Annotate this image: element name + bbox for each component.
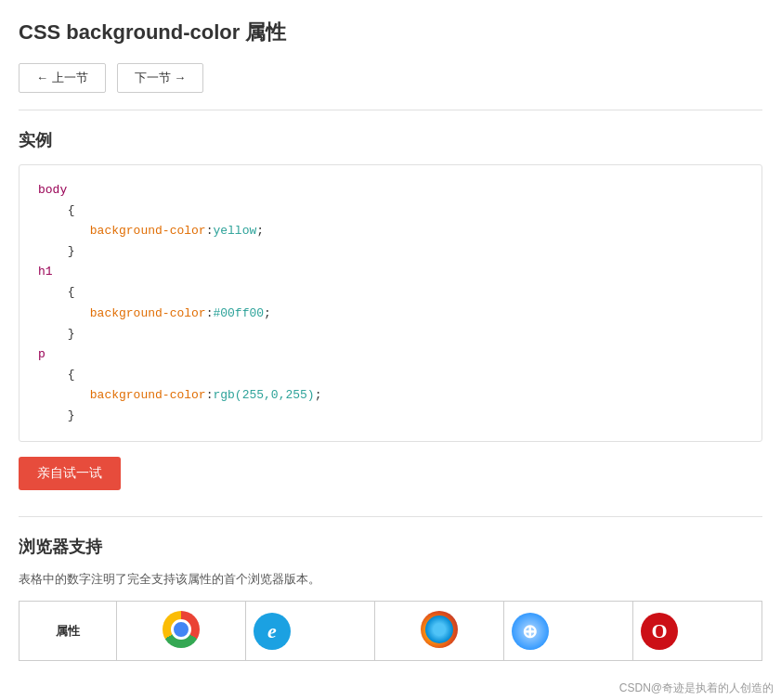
try-button[interactable]: 亲自试一试 [19, 457, 121, 490]
code-property-3: background-color [90, 388, 206, 402]
table-header-ie: e [245, 602, 374, 661]
opera-icon: O [641, 613, 678, 650]
code-selector-body: body [38, 183, 67, 197]
safari-icon [512, 613, 549, 650]
table-header-firefox [374, 602, 503, 661]
code-selector-p: p [38, 347, 46, 361]
table-header-chrome [116, 602, 245, 661]
divider-top [19, 110, 762, 110]
code-property-2: background-color [90, 306, 206, 320]
table-header-property: 属性 [20, 602, 117, 661]
browser-support-title: 浏览器支持 [19, 536, 762, 558]
ie-icon: e [254, 613, 291, 650]
page-title: CSS background-color 属性 [19, 19, 762, 46]
chrome-icon [163, 611, 200, 648]
code-selector-h1: h1 [38, 265, 53, 279]
code-brace-2: } [68, 244, 75, 258]
code-value-3: rgb(255,0,255) [213, 388, 314, 402]
browser-support-table: 属性 e O [19, 601, 762, 661]
code-brace-1: { [68, 203, 75, 217]
firefox-icon [421, 611, 458, 648]
nav-buttons: ← 上一节 下一节 → [19, 63, 762, 93]
table-header-opera: O [632, 602, 761, 661]
example-title: 实例 [19, 129, 762, 151]
code-brace-3: { [68, 285, 75, 299]
browser-support-section: 浏览器支持 表格中的数字注明了完全支持该属性的首个浏览器版本。 属性 e [19, 536, 762, 661]
prev-button[interactable]: ← 上一节 [19, 63, 106, 93]
code-brace-4: } [68, 327, 75, 341]
next-button[interactable]: 下一节 → [117, 63, 204, 93]
code-value-1: yellow [213, 224, 256, 238]
code-block: body { background-color:yellow; } h1 { [19, 164, 762, 442]
code-brace-5: { [68, 368, 75, 382]
example-section: 实例 body { background-color:yellow; } h1 [19, 129, 762, 509]
code-property-1: background-color [90, 224, 206, 238]
code-value-2: #00ff00 [213, 306, 264, 320]
table-header-safari [503, 602, 632, 661]
code-brace-6: } [68, 408, 75, 422]
divider-middle [19, 516, 762, 517]
browser-support-desc: 表格中的数字注明了完全支持该属性的首个浏览器版本。 [19, 571, 762, 588]
